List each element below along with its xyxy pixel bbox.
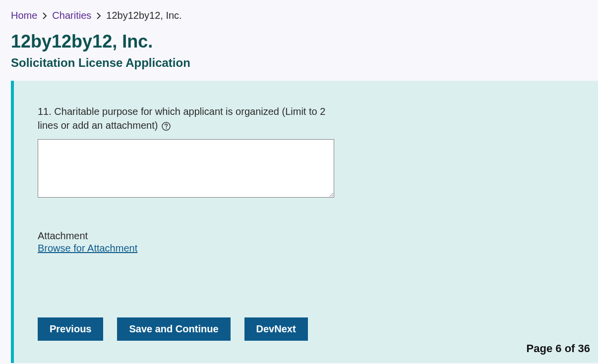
charitable-purpose-textarea[interactable] [38, 139, 334, 198]
question-text: 11. Charitable purpose for which applica… [38, 106, 325, 131]
chevron-right-icon [96, 12, 101, 19]
previous-button[interactable]: Previous [38, 317, 103, 341]
page-indicator: Page 6 of 36 [527, 342, 590, 355]
svg-point-1 [166, 128, 167, 129]
page-subtitle: Solicitation License Application [11, 56, 587, 70]
devnext-button[interactable]: DevNext [244, 317, 308, 341]
breadcrumb-current: 12by12by12, Inc. [106, 10, 181, 21]
help-icon[interactable] [162, 122, 171, 131]
button-row: Previous Save and Continue DevNext [38, 317, 574, 341]
breadcrumb: Home Charities 12by12by12, Inc. [0, 0, 598, 25]
breadcrumb-charities[interactable]: Charities [52, 10, 91, 21]
attachment-section: Attachment Browse for Attachment [38, 230, 574, 254]
chevron-right-icon [42, 12, 47, 19]
question-label: 11. Charitable purpose for which applica… [38, 104, 330, 132]
form-panel: 11. Charitable purpose for which applica… [11, 81, 598, 363]
attachment-label: Attachment [38, 230, 574, 242]
browse-attachment-link[interactable]: Browse for Attachment [38, 243, 137, 254]
breadcrumb-home[interactable]: Home [11, 10, 37, 21]
save-continue-button[interactable]: Save and Continue [117, 317, 230, 341]
page-header: 12by12by12, Inc. Solicitation License Ap… [0, 25, 598, 81]
page-title: 12by12by12, Inc. [11, 31, 587, 52]
